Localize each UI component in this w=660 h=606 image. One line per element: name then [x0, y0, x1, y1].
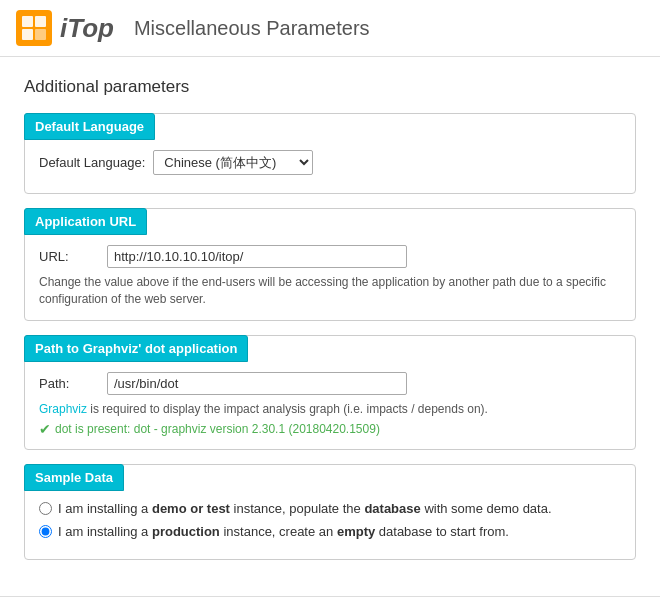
- radio-demo[interactable]: [39, 502, 52, 515]
- svg-rect-1: [35, 16, 46, 27]
- panel-default-language-header: Default Language: [24, 113, 155, 140]
- panel-default-language: Default Language Default Language: Chine…: [24, 113, 636, 194]
- svg-rect-3: [35, 29, 46, 40]
- radio-production[interactable]: [39, 525, 52, 538]
- panel-graphviz: Path to Graphviz' dot application Path: …: [24, 335, 636, 451]
- url-input[interactable]: [107, 245, 407, 268]
- panel-graphviz-header: Path to Graphviz' dot application: [24, 335, 248, 362]
- logo-text: iTop: [60, 13, 114, 44]
- path-label: Path:: [39, 376, 99, 391]
- default-language-select[interactable]: Chinese (简体中文) English French German: [153, 150, 313, 175]
- svg-rect-0: [22, 16, 33, 27]
- path-field-row: Path:: [39, 372, 621, 395]
- section-title: Additional parameters: [24, 77, 636, 97]
- default-language-field-row: Default Language: Chinese (简体中文) English…: [39, 150, 621, 175]
- header-title: Miscellaneous Parameters: [134, 17, 370, 40]
- url-field-row: URL:: [39, 245, 621, 268]
- footer: << Back https://blog.csdn.ne Next >>: [0, 596, 660, 606]
- url-help-text: Change the value above if the end-users …: [39, 274, 621, 308]
- logo: iTop: [16, 10, 114, 46]
- panel-sample-data: Sample Data I am installing a demo or te…: [24, 464, 636, 560]
- graphviz-check-text: ✔ dot is present: dot - graphviz version…: [39, 421, 621, 437]
- graphviz-help-text: Graphviz is required to display the impa…: [39, 401, 621, 418]
- url-label: URL:: [39, 249, 99, 264]
- panel-sample-data-header: Sample Data: [24, 464, 124, 491]
- radio-production-label: I am installing a production instance, c…: [58, 524, 509, 539]
- default-language-label: Default Language:: [39, 155, 145, 170]
- logo-icon: [16, 10, 52, 46]
- checkmark-icon: ✔: [39, 421, 51, 437]
- radio-demo-row: I am installing a demo or test instance,…: [39, 501, 621, 516]
- graphviz-check-label: dot is present: dot - graphviz version 2…: [55, 422, 380, 436]
- panel-application-url-header: Application URL: [24, 208, 147, 235]
- header: iTop Miscellaneous Parameters: [0, 0, 660, 57]
- main-content: Additional parameters Default Language D…: [0, 57, 660, 594]
- panel-application-url: Application URL URL: Change the value ab…: [24, 208, 636, 321]
- svg-rect-2: [22, 29, 33, 40]
- graphviz-link[interactable]: Graphviz: [39, 402, 87, 416]
- path-input[interactable]: [107, 372, 407, 395]
- radio-production-row: I am installing a production instance, c…: [39, 524, 621, 539]
- radio-demo-label: I am installing a demo or test instance,…: [58, 501, 552, 516]
